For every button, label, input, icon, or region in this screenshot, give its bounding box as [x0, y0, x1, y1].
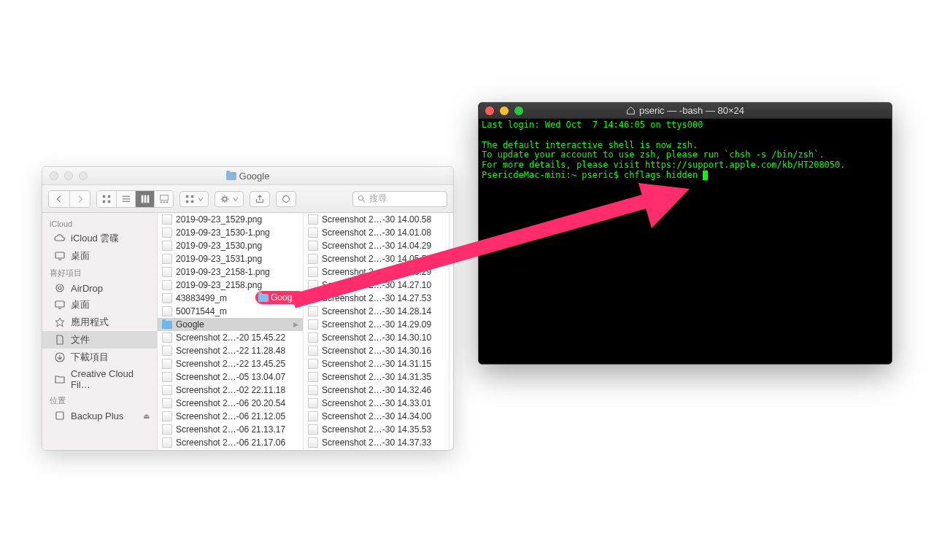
share-button[interactable]	[250, 191, 270, 207]
file-row[interactable]: Screenshot 2…-22 11.28.48	[158, 344, 303, 357]
file-row[interactable]: Screenshot 2…-30 14.27.53	[304, 292, 449, 305]
image-icon	[308, 346, 318, 356]
back-button[interactable]	[49, 191, 69, 207]
file-name: Screenshot 2…-22 11.28.48	[176, 346, 298, 356]
file-row[interactable]: Screenshot 2…-30 14.28.14	[304, 305, 449, 318]
file-row[interactable]: Screenshot 2…-30 14.35.53	[304, 423, 449, 436]
sidebar-item-label: 桌面	[71, 298, 90, 311]
tags-button[interactable]	[276, 191, 296, 207]
file-row[interactable]: 2019-09-23_1530-1.png	[158, 226, 303, 239]
file-row[interactable]: Screenshot 2…-06 20.20.54	[158, 397, 303, 410]
sidebar-item[interactable]: 下載項目	[42, 349, 157, 366]
file-row[interactable]: Screenshot 2…-02 22.11.18	[158, 384, 303, 397]
file-row[interactable]: Screenshot 2…-06 21.12.05	[158, 410, 303, 423]
image-icon	[162, 438, 172, 448]
svg-rect-2	[103, 200, 106, 203]
file-row[interactable]: 2019-09-23_2158-1.png	[158, 265, 303, 279]
arrange-dropdown[interactable]	[180, 191, 209, 207]
file-row[interactable]: Screenshot 2…-30 14.01.08	[304, 226, 449, 239]
image-icon	[308, 319, 318, 330]
view-list-button[interactable]	[116, 191, 135, 207]
sidebar-item[interactable]: Backup Plus⏏	[42, 408, 157, 424]
sidebar-item-label: 文件	[71, 333, 90, 346]
file-row[interactable]: 50071544_m	[158, 305, 303, 318]
svg-point-23	[58, 287, 61, 289]
file-row[interactable]: 2019-09-23_1530.png	[158, 239, 303, 252]
image-icon	[308, 228, 318, 238]
apps-icon	[54, 316, 66, 328]
file-row[interactable]: Screenshot 2…-30 14.32.46	[304, 384, 449, 397]
file-row[interactable]: Screenshot 2…-06 21.13.17	[158, 423, 303, 436]
chevron-right-icon	[75, 194, 85, 204]
view-gallery-button[interactable]	[154, 191, 173, 207]
file-name: 2019-09-23_1530-1.png	[176, 228, 298, 238]
finder-titlebar[interactable]: Google	[42, 167, 453, 185]
file-row[interactable]: 2019-09-23_2158.png	[158, 279, 303, 292]
file-row[interactable]: Screenshot 2…-05 13.04.07	[158, 370, 303, 384]
file-row[interactable]: Screenshot 2…-20 15.45.22	[158, 331, 303, 344]
minimize-icon[interactable]	[64, 171, 73, 180]
sidebar-item[interactable]: 桌面	[42, 247, 157, 265]
image-icon	[308, 424, 318, 435]
svg-point-22	[56, 284, 63, 292]
terminal-titlebar[interactable]: pseric — -bash — 80×24	[479, 103, 892, 119]
view-columns-button[interactable]	[135, 191, 154, 207]
zoom-icon[interactable]	[79, 171, 88, 180]
sidebar-item[interactable]: 應用程式	[42, 314, 157, 331]
file-row[interactable]: 2019-09-23_1529.png	[158, 213, 303, 226]
file-name: Screenshot 2…-20 15.45.22	[176, 332, 298, 343]
image-icon	[162, 372, 172, 382]
sidebar-item[interactable]: AirDrop	[42, 280, 157, 296]
file-name: 2019-09-23_1529.png	[176, 214, 298, 225]
file-columns: 2019-09-23_1529.png2019-09-23_1530-1.png…	[158, 213, 453, 450]
file-row[interactable]: Screenshot 2…-30 14.30.10	[304, 331, 449, 344]
file-row[interactable]: Screenshot 2…-30 14.27.10	[304, 279, 449, 292]
file-row[interactable]: Screenshot 2…-30 14.30.16	[304, 344, 449, 357]
file-row[interactable]: Screenshot 2…-30 14.31.15	[304, 357, 449, 370]
file-row[interactable]: Screenshot 2…-22 13.45.25	[158, 357, 303, 370]
eject-icon[interactable]: ⏏	[143, 412, 150, 420]
forward-button[interactable]	[69, 191, 90, 207]
file-column[interactable]: Screenshot 2…-30 14.00.58Screenshot 2…-3…	[304, 213, 449, 450]
file-row[interactable]: Screenshot 2…-30 14.29.09	[304, 318, 449, 331]
image-icon	[162, 411, 172, 421]
terminal-body[interactable]: Last login: Wed Oct 7 14:46:05 on ttys00…	[479, 119, 892, 364]
file-row[interactable]: Screenshot 2…-30 14.05.5	[304, 252, 449, 265]
tag-icon	[281, 194, 291, 204]
view-icons-button[interactable]	[97, 191, 116, 207]
sidebar-item[interactable]: iCloud 雲碟	[42, 230, 157, 247]
sidebar-item[interactable]: Creative Cloud Fil…	[42, 366, 157, 392]
file-name: Screenshot 2…-30 14.04.29	[322, 241, 444, 251]
file-row[interactable]: Screenshot 2…-30 14.33.01	[304, 397, 449, 410]
action-dropdown[interactable]	[215, 191, 244, 207]
file-row[interactable]: 2019-09-23_1531.png	[158, 252, 303, 265]
svg-rect-4	[122, 195, 130, 196]
image-icon	[162, 214, 172, 225]
file-row[interactable]: Screenshot 2…-30 14.26.29	[304, 265, 449, 279]
file-row[interactable]: Google▶	[158, 318, 303, 331]
file-row[interactable]: Screenshot 2…-30 14.34.00	[304, 410, 449, 423]
file-name: 2019-09-23_2158-1.png	[176, 267, 298, 277]
file-name: Screenshot 2…-30 14.37.33	[322, 438, 444, 448]
sidebar-item[interactable]: 文件	[42, 331, 157, 349]
file-row[interactable]: Screenshot 2…-30 14.31.35	[304, 370, 449, 384]
terminal-window[interactable]: pseric — -bash — 80×24 Last login: Wed O…	[478, 102, 892, 365]
finder-sidebar[interactable]: iCloudiCloud 雲碟桌面喜好項目AirDrop桌面應用程式文件下載項目…	[42, 213, 158, 450]
svg-rect-1	[108, 195, 111, 198]
folder-icon	[226, 172, 236, 180]
finder-window[interactable]: Google	[42, 166, 454, 451]
image-icon	[162, 293, 172, 303]
close-icon[interactable]	[485, 106, 494, 115]
file-row[interactable]: Screenshot 2…-06 21.17.06	[158, 436, 303, 449]
finder-toolbar: 搜尋	[42, 185, 453, 213]
file-row[interactable]: Screenshot 2…-30 14.00.58	[304, 213, 449, 226]
search-input[interactable]: 搜尋	[352, 191, 447, 207]
file-row[interactable]: Screenshot 2…-30 14.04.29	[304, 239, 449, 252]
file-row[interactable]: Screenshot 2…-30 14.37.33	[304, 436, 449, 449]
nav-buttons	[48, 190, 90, 208]
close-icon[interactable]	[50, 171, 58, 180]
sidebar-item[interactable]: 桌面	[42, 296, 157, 314]
file-column[interactable]: 2019-09-23_1529.png2019-09-23_1530-1.png…	[158, 213, 304, 450]
zoom-icon[interactable]	[514, 106, 523, 115]
minimize-icon[interactable]	[500, 106, 509, 115]
